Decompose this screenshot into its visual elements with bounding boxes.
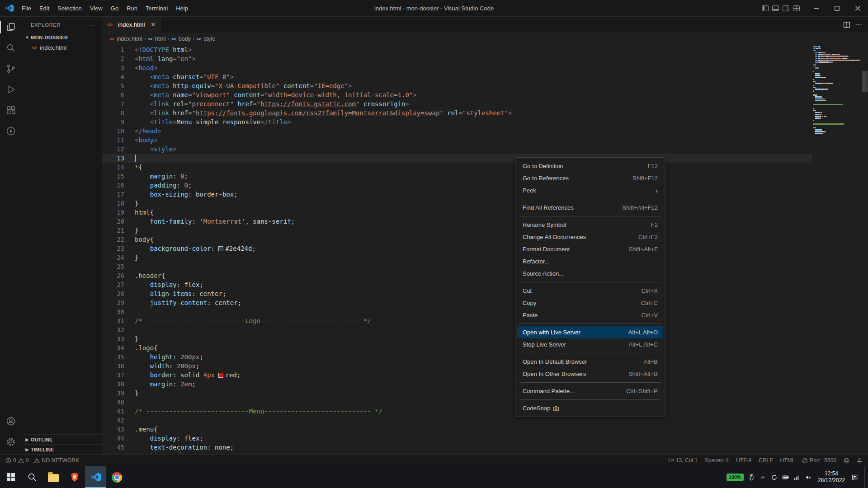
code-line-19[interactable]: 19html{ — [102, 208, 812, 217]
code-line-9[interactable]: 9 <title>Menu simple responsive</title> — [102, 117, 812, 127]
sync-icon[interactable] — [771, 474, 778, 481]
context-menu-item-peek[interactable]: Peek› — [517, 184, 663, 197]
tab-index-html[interactable]: <> index.html ✕ — [102, 17, 161, 33]
section-outline[interactable]: ▶OUTLINE — [22, 434, 102, 444]
live-server-icon[interactable] — [0, 121, 22, 141]
code-line-13[interactable]: 13 — [102, 154, 812, 163]
notifications-bell-icon[interactable] — [857, 458, 863, 464]
chrome-button[interactable] — [106, 466, 127, 488]
code-line-21[interactable]: 21} — [102, 226, 812, 235]
network-icon[interactable] — [793, 474, 800, 481]
tray-expand-chevron-icon[interactable] — [760, 474, 766, 481]
close-button[interactable] — [847, 0, 868, 16]
action-center-icon[interactable] — [851, 474, 858, 481]
start-button[interactable] — [0, 466, 21, 488]
maximize-button[interactable] — [826, 0, 847, 16]
code-line-24[interactable]: 24} — [102, 253, 812, 262]
context-menu-item-go-to-definition[interactable]: Go to DefinitionF12 — [517, 160, 663, 172]
menubar-item-help[interactable]: Help — [172, 0, 192, 16]
context-menu-item-cut[interactable]: CutCtrl+X — [517, 285, 663, 297]
code-line-36[interactable]: 36 width: 200px; — [102, 361, 812, 371]
code-line-31[interactable]: 31/* --------------------------Logo-----… — [102, 316, 812, 325]
settings-icon[interactable] — [0, 432, 22, 452]
code-line-28[interactable]: 28 align-items: center; — [102, 289, 812, 298]
editor-more-actions-icon[interactable]: ⋯ — [855, 20, 862, 29]
menubar-item-terminal[interactable]: Terminal — [142, 0, 172, 16]
minimize-button[interactable] — [806, 0, 826, 16]
breadcrumb-item-index-html[interactable]: <>index.html — [109, 36, 142, 42]
run-debug-icon[interactable] — [0, 79, 22, 100]
problems-status[interactable]: 0 0 — [5, 457, 28, 464]
code-line-32[interactable]: 32 — [102, 325, 812, 334]
status-ln-13-col-1[interactable]: Ln 13, Col 1 — [668, 457, 698, 464]
code-line-45[interactable]: 45 text-decoration: none; — [102, 443, 812, 452]
minimap[interactable] — [812, 45, 862, 454]
code-line-34[interactable]: 34.logo{ — [102, 343, 812, 352]
breadcrumb-item-html[interactable]: <>html — [148, 36, 165, 42]
code-line-35[interactable]: 35 height: 200px; — [102, 352, 812, 361]
toggle-secondary-sidebar-icon[interactable] — [782, 5, 790, 12]
code-line-37[interactable]: 37 border: solid 4px red; — [102, 371, 812, 380]
context-menu-item-open-in-other-browsers[interactable]: Open In Other BrowsersShift+Alt+B — [517, 368, 663, 380]
code-line-39[interactable]: 39} — [102, 389, 812, 398]
code-line-41[interactable]: 41/* ---------------------------Menu----… — [102, 407, 812, 416]
editor-scrollbar[interactable] — [862, 45, 868, 454]
menubar-item-selection[interactable]: Selection — [53, 0, 85, 16]
battery-badge[interactable]: 100% — [726, 474, 744, 481]
code-line-26[interactable]: 26.header{ — [102, 271, 812, 280]
code-editor[interactable]: 1<!DOCTYPE html>2<html lang="en">3<head>… — [102, 45, 812, 454]
code-line-40[interactable]: 40 — [102, 398, 812, 407]
code-line-5[interactable]: 5 <meta http-equiv="X-UA-Compatible" con… — [102, 81, 812, 90]
code-line-18[interactable]: 18} — [102, 199, 812, 208]
context-menu-item-format-document[interactable]: Format DocumentShift+Alt+F — [517, 243, 663, 255]
taskbar-clock[interactable]: 12:54 28/12/2022 — [818, 470, 845, 484]
context-menu-item-stop-live-server[interactable]: Stop Live ServerAlt+L Alt+C — [517, 338, 663, 351]
menubar-item-run[interactable]: Run — [123, 0, 142, 16]
explorer-icon[interactable] — [0, 17, 22, 38]
more-actions-icon[interactable]: ··· — [89, 21, 96, 28]
context-menu-item-codesnap[interactable]: CodeSnap — [517, 402, 663, 414]
code-line-43[interactable]: 43.menu{ — [102, 425, 812, 434]
section-timeline[interactable]: ▶TIMELINE — [22, 444, 102, 454]
code-line-23[interactable]: 23 background-color: #2e424d; — [102, 244, 812, 253]
breadcrumb-item-body[interactable]: <>body — [171, 36, 191, 42]
code-line-3[interactable]: 3<head> — [102, 63, 812, 72]
source-control-icon[interactable] — [0, 58, 22, 79]
code-line-20[interactable]: 20 font-family: 'Montserrat', sans-serif… — [102, 217, 812, 226]
folder-row[interactable]: ▼ MON-DOSSIER — [22, 33, 102, 42]
code-line-38[interactable]: 38 margin: 2em; — [102, 380, 812, 389]
battery-icon[interactable] — [782, 474, 789, 481]
context-menu-item-paste[interactable]: PasteCtrl+V — [517, 309, 663, 321]
code-line-16[interactable]: 16 padding: 0; — [102, 181, 812, 190]
status-crlf[interactable]: CRLF — [759, 457, 773, 464]
code-line-15[interactable]: 15 margin: 0; — [102, 172, 812, 181]
code-line-25[interactable]: 25 — [102, 262, 812, 271]
close-tab-icon[interactable]: ✕ — [151, 21, 156, 28]
context-menu-item-copy[interactable]: CopyCtrl+C — [517, 297, 663, 309]
file-explorer-button[interactable] — [42, 466, 64, 488]
code-line-11[interactable]: 11<body> — [102, 136, 812, 145]
taskbar-search-button[interactable] — [21, 466, 42, 488]
code-line-1[interactable]: 1<!DOCTYPE html> — [102, 45, 812, 54]
code-line-8[interactable]: 8 <link href="https://fonts.googleapis.c… — [102, 108, 812, 117]
context-menu-item-command-palette[interactable]: Command Palette...Ctrl+Shift+P — [517, 385, 663, 397]
split-editor-icon[interactable] — [843, 21, 850, 28]
toggle-sidebar-icon[interactable] — [761, 5, 769, 12]
mouse-icon[interactable] — [748, 474, 755, 481]
context-menu-item-find-all-references[interactable]: Find All ReferencesShift+Alt+F12 — [517, 202, 663, 214]
no-network-status[interactable]: NO NETWORK — [34, 457, 79, 464]
scrollbar-thumb[interactable] — [862, 71, 868, 92]
code-line-42[interactable]: 42 — [102, 416, 812, 425]
code-line-22[interactable]: 22body{ — [102, 235, 812, 244]
menubar-item-view[interactable]: View — [86, 0, 107, 16]
show-desktop-button[interactable] — [864, 466, 867, 488]
customize-layout-icon[interactable] — [793, 5, 800, 12]
status-spaces-4[interactable]: Spaces: 4 — [705, 457, 729, 464]
context-menu-item-go-to-references[interactable]: Go to ReferencesShift+F12 — [517, 172, 663, 184]
account-icon[interactable] — [0, 411, 22, 432]
code-line-46[interactable]: 46 list-style: none; — [102, 452, 812, 454]
breadcrumb-item-style[interactable]: <>style — [196, 36, 215, 42]
code-line-17[interactable]: 17 box-sizing: border-box; — [102, 190, 812, 199]
context-menu-item-source-action[interactable]: Source Action... — [517, 267, 663, 280]
code-line-12[interactable]: 12 <style> — [102, 145, 812, 154]
